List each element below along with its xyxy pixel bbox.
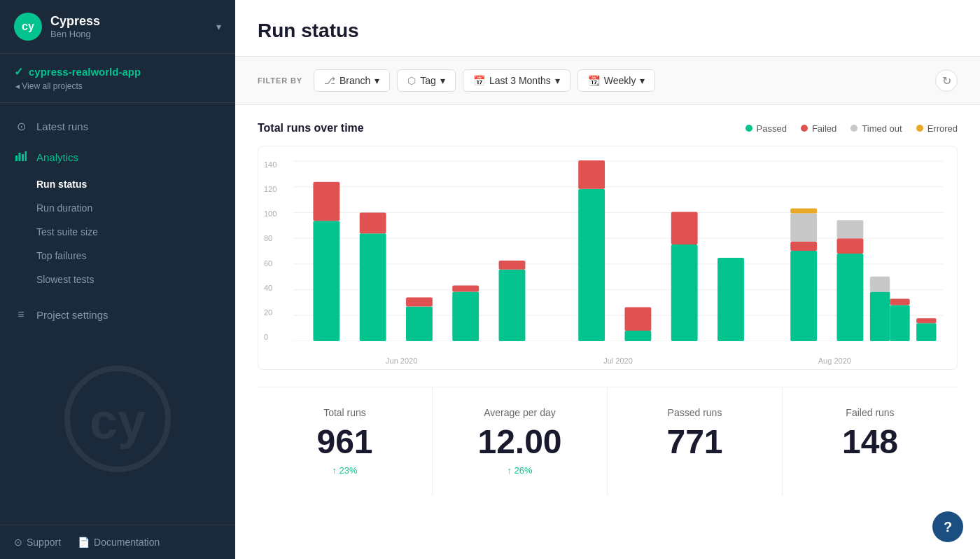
y-label-20: 20: [264, 308, 276, 317]
svg-rect-32: [790, 242, 817, 251]
svg-rect-29: [671, 212, 698, 244]
period-calendar-icon: 📆: [588, 75, 600, 86]
svg-rect-1: [19, 153, 21, 161]
svg-rect-33: [790, 213, 817, 242]
help-icon: ?: [944, 519, 952, 535]
chart-section: Total runs over time Passed Failed Timed…: [235, 105, 980, 387]
user-name: Ben Hong: [50, 29, 211, 39]
svg-rect-36: [836, 238, 863, 254]
failed-runs-label: Failed runs: [799, 407, 941, 418]
documentation-link[interactable]: 📄 Documentation: [78, 537, 160, 548]
app-name: Cypress: [50, 14, 211, 29]
sidebar-item-project-settings[interactable]: ≡ Project settings: [0, 300, 235, 329]
passed-dot: [746, 125, 752, 132]
svg-rect-34: [790, 208, 817, 213]
project-settings-label: Project settings: [36, 309, 108, 321]
passed-runs-label: Passed runs: [624, 407, 765, 418]
legend-passed: Passed: [746, 123, 787, 134]
support-icon: ⊙: [14, 537, 22, 548]
passed-runs-value: 771: [624, 424, 765, 461]
branch-filter[interactable]: ⎇ Branch ▾: [314, 69, 390, 92]
period-chevron-icon: ▾: [640, 75, 645, 86]
sidebar-item-run-status[interactable]: Run status: [36, 172, 235, 196]
docs-icon: 📄: [78, 537, 90, 548]
y-label-80: 80: [264, 234, 276, 242]
help-button[interactable]: ?: [932, 511, 963, 542]
svg-rect-0: [15, 156, 18, 161]
chart-legend: Passed Failed Timed out Errored: [746, 123, 958, 134]
svg-rect-40: [890, 305, 909, 341]
sidebar-footer: ⊙ Support 📄 Documentation: [0, 525, 235, 559]
x-label-jun: Jun 2020: [293, 357, 510, 365]
avg-per-day-change: ↑ 26%: [449, 465, 590, 476]
svg-rect-27: [624, 307, 651, 331]
svg-rect-43: [916, 318, 936, 323]
legend-errored: Errored: [916, 123, 958, 134]
svg-rect-22: [499, 270, 526, 341]
branch-icon: ⎇: [324, 75, 335, 86]
latest-runs-icon: ⊙: [14, 120, 28, 133]
sidebar-item-slowest-tests[interactable]: Slowest tests: [36, 268, 235, 291]
calendar-icon: 📅: [473, 75, 485, 86]
stat-total-runs: Total runs 961 ↑ 23%: [258, 387, 433, 495]
svg-rect-38: [870, 292, 890, 341]
chevron-down-icon[interactable]: ▾: [216, 21, 221, 32]
y-label-40: 40: [264, 284, 276, 292]
sidebar: cy Cypress Ben Hong ▾ ✓ cypress-realworl…: [0, 0, 235, 559]
check-icon: ✓: [14, 65, 23, 78]
svg-rect-15: [313, 182, 340, 221]
svg-rect-42: [916, 323, 936, 341]
filter-label: FILTER BY: [258, 76, 302, 85]
analytics-submenu: Run status Run duration Test suite size …: [0, 172, 235, 291]
app-title-block: Cypress Ben Hong: [50, 14, 211, 39]
logo-text: cy: [22, 20, 34, 33]
failed-dot: [801, 125, 808, 132]
svg-rect-23: [499, 261, 526, 270]
project-name[interactable]: ✓ cypress-realworld-app: [14, 65, 221, 78]
svg-rect-28: [671, 244, 698, 341]
sidebar-nav: ⊙ Latest runs Analytics Run status Run d…: [0, 103, 235, 525]
tag-filter[interactable]: ⬡ Tag ▾: [397, 69, 456, 92]
support-link[interactable]: ⊙ Support: [14, 537, 61, 548]
main-content: Run status FILTER BY ⎇ Branch ▾ ⬡ Tag ▾ …: [235, 0, 980, 559]
avg-per-day-value: 12.00: [449, 424, 590, 461]
y-label-60: 60: [264, 259, 276, 268]
date-chevron-icon: ▾: [555, 75, 560, 86]
svg-rect-37: [836, 220, 863, 238]
total-runs-label: Total runs: [274, 407, 415, 418]
chart-title: Total runs over time: [258, 122, 364, 134]
stat-failed-runs: Failed runs 148: [783, 387, 958, 495]
y-axis: 0 20 40 60 80 100 120 140: [264, 160, 276, 341]
svg-rect-39: [870, 277, 890, 292]
date-filter[interactable]: 📅 Last 3 Months ▾: [463, 69, 570, 92]
x-label-jul: Jul 2020: [510, 357, 726, 365]
period-filter[interactable]: 📆 Weekly ▾: [578, 69, 656, 92]
settings-icon: ≡: [14, 308, 28, 321]
filter-row: ⎇ Branch ▾ ⬡ Tag ▾ 📅 Last 3 Months ▾ 📆 W…: [314, 69, 656, 92]
svg-rect-2: [22, 154, 24, 161]
refresh-button[interactable]: ↻: [935, 69, 958, 92]
svg-rect-14: [313, 221, 340, 341]
analytics-icon: [14, 150, 28, 164]
y-label-120: 120: [264, 185, 276, 193]
total-runs-value: 961: [274, 424, 415, 461]
app-logo: cy: [14, 13, 42, 41]
failed-runs-value: 148: [799, 424, 941, 461]
svg-rect-17: [360, 212, 386, 233]
sidebar-item-run-duration[interactable]: Run duration: [36, 196, 235, 220]
svg-rect-18: [406, 306, 433, 341]
filter-section: FILTER BY ⎇ Branch ▾ ⬡ Tag ▾ 📅 Last 3 Mo…: [235, 57, 980, 105]
sidebar-item-test-suite-size[interactable]: Test suite size: [36, 220, 235, 244]
stats-section: Total runs 961 ↑ 23% Average per day 12.…: [258, 387, 958, 495]
sidebar-item-analytics[interactable]: Analytics: [0, 142, 235, 172]
svg-rect-3: [25, 151, 27, 161]
tag-chevron-icon: ▾: [440, 75, 445, 86]
total-runs-change: ↑ 23%: [274, 465, 415, 476]
sidebar-item-latest-runs[interactable]: ⊙ Latest runs: [0, 111, 235, 142]
legend-failed: Failed: [801, 123, 836, 134]
stat-avg-per-day: Average per day 12.00 ↑ 26%: [433, 387, 608, 495]
sidebar-item-top-failures[interactable]: Top failures: [36, 244, 235, 268]
sidebar-header: cy Cypress Ben Hong ▾: [0, 0, 235, 54]
chart-svg: [293, 160, 943, 341]
view-all-projects-link[interactable]: ◂ View all projects: [14, 81, 221, 91]
